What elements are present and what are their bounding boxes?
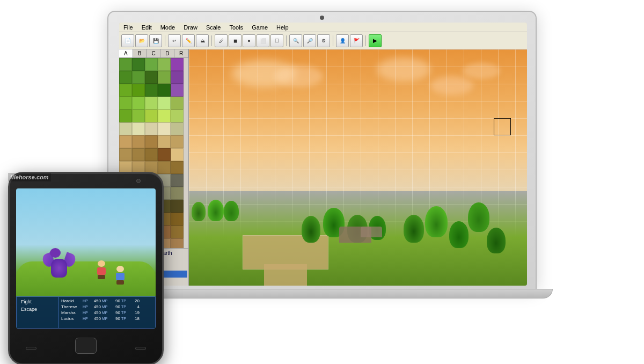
undo-button[interactable]: ↩ bbox=[168, 34, 181, 47]
save-button[interactable]: 💾 bbox=[149, 34, 162, 47]
phone-speaker-left bbox=[26, 347, 36, 350]
marsha-mp: 90 bbox=[109, 310, 120, 315]
harold-hp: 450 bbox=[90, 299, 101, 303]
draw-pen-button[interactable]: 🖊 bbox=[215, 34, 228, 47]
zoom-in-button[interactable]: 🔎 bbox=[303, 34, 316, 47]
harold-mp: 90 bbox=[109, 299, 120, 303]
char-sprite-2 bbox=[114, 266, 126, 283]
stat-row-marsha: Marsha HP 450 MP 90 TP 19 bbox=[61, 310, 153, 315]
tab-c[interactable]: C bbox=[147, 49, 161, 57]
laptop-screen: File Edit Mode Draw Scale Tools Game Hel… bbox=[119, 23, 527, 286]
battle-menu-escape[interactable]: Escape bbox=[19, 306, 56, 312]
marsha-tp-label: TP bbox=[121, 311, 128, 315]
rpg-maker-editor: File Edit Mode Draw Scale Tools Game Hel… bbox=[119, 23, 527, 286]
character-button[interactable]: 👤 bbox=[336, 34, 349, 47]
stat-row-lucius: Lucius HP 450 MP 90 TP 18 bbox=[61, 316, 153, 321]
trees-right bbox=[404, 168, 511, 253]
play-button[interactable]: ▶ bbox=[369, 34, 382, 47]
therese-tp: 4 bbox=[129, 304, 140, 309]
menu-help[interactable]: Help bbox=[274, 24, 291, 31]
marsha-hp: 450 bbox=[90, 310, 101, 315]
therese-tp-label: TP bbox=[121, 305, 128, 309]
laptop-camera bbox=[320, 16, 324, 20]
editor-main: A B C D R bbox=[119, 49, 527, 286]
battle-menu-fight[interactable]: Fight bbox=[19, 299, 56, 305]
therese-mp-label: MP bbox=[102, 305, 108, 309]
toolbar-sep-3 bbox=[286, 35, 287, 46]
eraser-button[interactable]: ⬜ bbox=[257, 34, 269, 47]
menu-file[interactable]: File bbox=[121, 24, 135, 31]
toolbar-sep-4 bbox=[333, 35, 333, 46]
harold-tp: 20 bbox=[129, 299, 140, 303]
therese-hp-label: HP bbox=[83, 305, 89, 309]
laptop: File Edit Mode Draw Scale Tools Game Hel… bbox=[107, 11, 547, 333]
harold-name: Harold bbox=[61, 299, 82, 303]
circle-button[interactable]: ● bbox=[243, 34, 255, 47]
therese-mp: 90 bbox=[109, 304, 120, 309]
marsha-tp: 19 bbox=[129, 310, 140, 315]
map-canvas[interactable] bbox=[189, 49, 527, 286]
event-button[interactable]: 🚩 bbox=[350, 34, 363, 47]
mountain-button[interactable]: ⛰ bbox=[196, 34, 209, 47]
watermark: filehorse.com bbox=[8, 173, 51, 181]
menu-tools[interactable]: Tools bbox=[227, 24, 245, 31]
terrain-area bbox=[189, 168, 527, 286]
char-head-1 bbox=[98, 260, 105, 267]
marsha-mp-label: MP bbox=[102, 311, 108, 315]
select-button[interactable]: ☐ bbox=[270, 34, 283, 47]
lucius-hp-label: HP bbox=[83, 317, 89, 321]
zoom-out-button[interactable]: 🔍 bbox=[289, 34, 302, 47]
selection-rect bbox=[494, 118, 511, 135]
phone-camera-icon bbox=[136, 179, 141, 183]
lucius-mp: 90 bbox=[109, 316, 120, 321]
open-button[interactable]: 📂 bbox=[135, 34, 148, 47]
battle-stats-panel: Harold HP 450 MP 90 TP 20 Therese HP 450 bbox=[59, 296, 156, 329]
enemy-body bbox=[51, 259, 67, 278]
phone-screen: Fight Escape Harold HP 450 MP 90 TP 20 bbox=[16, 188, 156, 329]
menubar: File Edit Mode Draw Scale Tools Game Hel… bbox=[119, 23, 527, 32]
lucius-tp-label: TP bbox=[121, 317, 128, 321]
lucius-name: Lucius bbox=[61, 316, 82, 321]
menu-edit[interactable]: Edit bbox=[140, 24, 154, 31]
battle-ground bbox=[16, 261, 156, 299]
menu-scale[interactable]: Scale bbox=[204, 24, 223, 31]
phone-home-button[interactable] bbox=[75, 338, 97, 354]
enemy-head bbox=[50, 248, 61, 258]
pencil-button[interactable]: ✏️ bbox=[182, 34, 195, 47]
tab-r[interactable]: R bbox=[174, 49, 188, 57]
marsha-hp-label: HP bbox=[83, 311, 89, 315]
enemy-sprite bbox=[46, 248, 72, 278]
toolbar-sep-1 bbox=[165, 35, 165, 46]
toolbar: 📄 📂 💾 ↩ ✏️ ⛰ 🖊 ◼ ● ⬜ ☐ 🔍 🔎 ⚙ bbox=[119, 32, 527, 49]
stat-row-harold: Harold HP 450 MP 90 TP 20 bbox=[61, 299, 153, 303]
char-body-1 bbox=[97, 267, 106, 275]
new-button[interactable]: 📄 bbox=[121, 34, 134, 47]
battle-action-menu: Fight Escape bbox=[16, 296, 59, 329]
menu-mode[interactable]: Mode bbox=[158, 24, 178, 31]
tile-tabs: A B C D R bbox=[119, 49, 188, 58]
marsha-name: Marsha bbox=[61, 310, 82, 315]
phone-body: Fight Escape Harold HP 450 MP 90 TP 20 bbox=[8, 172, 164, 364]
tab-d[interactable]: D bbox=[160, 49, 174, 57]
tab-a[interactable]: A bbox=[119, 49, 133, 57]
trees-left bbox=[189, 157, 243, 221]
harold-mp-label: MP bbox=[102, 299, 108, 303]
battle-ui: Fight Escape Harold HP 450 MP 90 TP 20 bbox=[16, 296, 156, 329]
char-head-2 bbox=[116, 266, 124, 272]
menu-game[interactable]: Game bbox=[250, 24, 270, 31]
lucius-tp: 18 bbox=[129, 316, 140, 321]
settings-button[interactable]: ⚙ bbox=[317, 34, 330, 47]
char-body-2 bbox=[116, 273, 125, 280]
harold-tp-label: TP bbox=[121, 299, 128, 303]
battle-scene: Fight Escape Harold HP 450 MP 90 TP 20 bbox=[16, 188, 156, 329]
char-legs-1 bbox=[98, 275, 105, 279]
harold-hp-label: HP bbox=[83, 299, 89, 303]
phone: Fight Escape Harold HP 450 MP 90 TP 20 bbox=[8, 172, 164, 364]
lucius-mp-label: MP bbox=[102, 317, 108, 321]
menu-draw[interactable]: Draw bbox=[181, 24, 200, 31]
stat-row-therese: Therese HP 450 MP 90 TP 4 bbox=[61, 304, 153, 309]
tab-b[interactable]: B bbox=[133, 49, 147, 57]
char-legs-2 bbox=[116, 280, 124, 285]
fill-button[interactable]: ◼ bbox=[229, 34, 241, 47]
hero-sprite-2 bbox=[114, 266, 126, 283]
